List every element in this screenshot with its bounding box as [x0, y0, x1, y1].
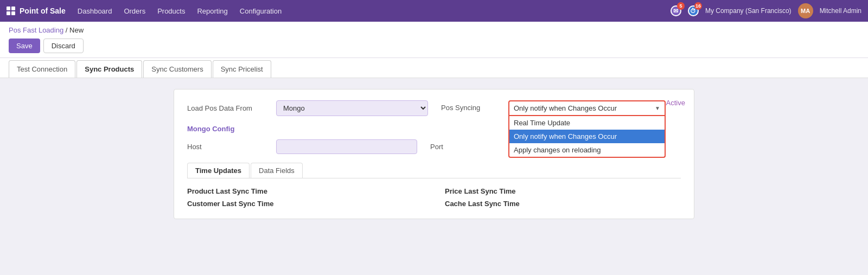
toolbar: Save Discard — [9, 39, 859, 53]
sync-label-price: Price Last Sync Time — [445, 187, 532, 195]
clock-count: 16 — [694, 2, 702, 10]
sync-table: Product Last Sync Time Price Last Sync T… — [187, 187, 681, 208]
dropdown-trigger[interactable]: Only notify when Changes Occur ▼ — [508, 100, 666, 116]
pos-syncing-wrapper: Pos Syncing Only notify when Changes Occ… — [441, 100, 681, 116]
discard-button[interactable]: Discard — [43, 39, 84, 53]
tab-sync-customers[interactable]: Sync Customers — [143, 60, 211, 78]
nav-configuration[interactable]: Configuration — [234, 5, 287, 17]
load-pos-select[interactable]: Mongo — [276, 100, 428, 116]
pos-syncing-dropdown[interactable]: Only notify when Changes Occur ▼ Real Ti… — [508, 100, 666, 116]
inner-tab-data-fields[interactable]: Data Fields — [251, 163, 303, 178]
clock-badge[interactable]: ⏱ 16 — [688, 5, 699, 16]
inner-tab-time-updates[interactable]: Time Updates — [187, 163, 250, 178]
sync-row-product: Product Last Sync Time — [187, 187, 423, 195]
sync-label-customer: Customer Last Sync Time — [187, 200, 274, 208]
nav-orders[interactable]: Orders — [118, 5, 151, 17]
nav-dashboard[interactable]: Dashboard — [72, 5, 118, 17]
sync-label-product: Product Last Sync Time — [187, 187, 274, 195]
form-card: ▬ InActive Load Pos Data From Mongo Pos … — [174, 89, 694, 219]
brand-label: Point of Sale — [20, 7, 66, 15]
company-name: My Company (San Francisco) — [705, 7, 792, 15]
page-header: Pos Fast Loading / New Save Discard — [0, 22, 868, 58]
host-label: Host — [187, 143, 263, 151]
chevron-down-icon: ▼ — [655, 105, 660, 111]
breadcrumb-current: New — [69, 26, 84, 34]
port-label: Port — [430, 143, 506, 151]
host-input[interactable] — [276, 139, 417, 154]
load-pos-row: Load Pos Data From Mongo Pos Syncing Onl… — [187, 100, 681, 116]
message-count: 5 — [677, 2, 685, 10]
dropdown-selected-value: Only notify when Changes Occur — [514, 104, 617, 112]
sync-row-customer: Customer Last Sync Time — [187, 200, 423, 208]
tab-test-connection[interactable]: Test Connection — [9, 60, 75, 78]
tab-sync-products[interactable]: Sync Products — [76, 60, 142, 78]
save-button[interactable]: Save — [9, 39, 40, 53]
breadcrumb-parent[interactable]: Pos Fast Loading — [9, 26, 63, 34]
tab-sync-pricelist[interactable]: Sync Pricelist — [213, 60, 271, 78]
main-content: ▬ InActive Load Pos Data From Mongo Pos … — [0, 78, 868, 230]
main-tabs: Test Connection Sync Products Sync Custo… — [0, 58, 868, 78]
message-badge[interactable]: ✉ 5 — [671, 5, 681, 16]
sync-row-cache: Cache Last Sync Time — [445, 200, 681, 208]
brand[interactable]: Point of Sale — [7, 7, 66, 15]
navbar: Point of Sale Dashboard Orders Products … — [0, 0, 868, 22]
avatar[interactable]: MA — [798, 3, 813, 18]
nav-menu: Dashboard Orders Products Reporting Conf… — [72, 5, 668, 17]
pos-syncing-label: Pos Syncing — [441, 100, 495, 112]
dropdown-list: Real Time Update Only notify when Change… — [508, 116, 666, 158]
nav-right: ✉ 5 ⏱ 16 My Company (San Francisco) MA M… — [671, 3, 861, 18]
brand-icon — [7, 7, 15, 15]
nav-products[interactable]: Products — [152, 5, 190, 17]
sync-row-price: Price Last Sync Time — [445, 187, 681, 195]
inner-tabs: Time Updates Data Fields — [187, 163, 681, 178]
breadcrumb: Pos Fast Loading / New — [9, 26, 859, 34]
nav-reporting[interactable]: Reporting — [192, 5, 233, 17]
dropdown-option-reloading[interactable]: Apply changes on reloading — [509, 143, 665, 157]
breadcrumb-separator: / — [66, 26, 69, 34]
sync-label-cache: Cache Last Sync Time — [445, 200, 532, 208]
user-name: Mitchell Admin — [820, 7, 861, 15]
dropdown-option-notify[interactable]: Only notify when Changes Occur — [509, 130, 665, 143]
dropdown-option-realtime[interactable]: Real Time Update — [509, 116, 665, 130]
load-pos-label: Load Pos Data From — [187, 104, 263, 112]
